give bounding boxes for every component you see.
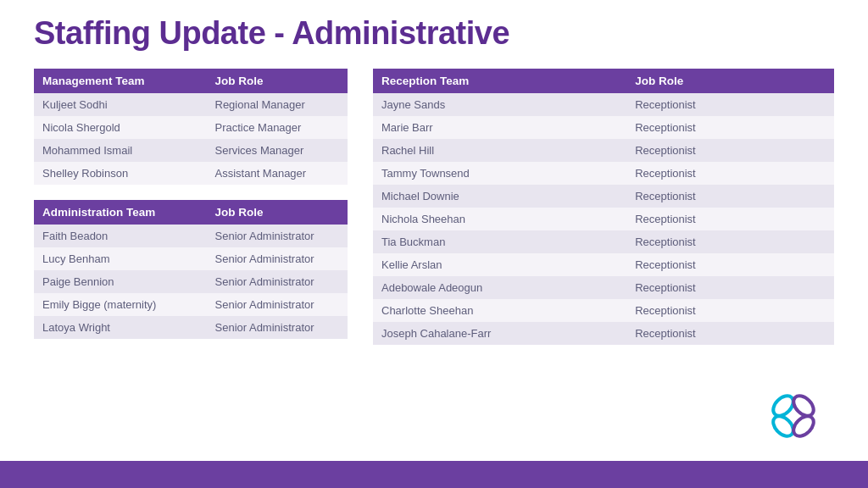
staff-role: Assistant Manager — [207, 162, 348, 185]
administration-header-name: Administration Team — [34, 200, 207, 225]
table-row: Shelley RobinsonAssistant Manager — [34, 162, 348, 185]
administration-header-role: Job Role — [207, 200, 348, 225]
staff-name: Kellie Arslan — [373, 253, 626, 276]
staff-role: Practice Manager — [207, 116, 348, 139]
staff-name: Latoya Wright — [34, 316, 207, 339]
staff-name: Charlotte Sheehan — [373, 299, 626, 322]
staff-role: Receptionist — [626, 208, 834, 230]
staff-role: Regional Manager — [207, 93, 348, 116]
table-row: Marie BarrReceptionist — [373, 116, 834, 139]
table-row: Mohammed IsmailServices Manager — [34, 139, 348, 162]
staff-name: Shelley Robinson — [34, 162, 207, 185]
staff-role: Senior Administrator — [207, 293, 348, 316]
staff-name: Nicola Shergold — [34, 116, 207, 139]
staff-name: Nichola Sheehan — [373, 208, 626, 230]
table-row: Lucy BenhamSenior Administrator — [34, 247, 348, 270]
staff-name: Emily Bigge (maternity) — [34, 293, 207, 316]
staff-name: Lucy Benham — [34, 247, 207, 270]
staff-role: Receptionist — [626, 162, 834, 185]
table-row: Michael DownieReceptionist — [373, 185, 834, 208]
footer-bar — [0, 461, 868, 488]
table-row: Rachel HillReceptionist — [373, 139, 834, 162]
staff-name: Adebowale Adeogun — [373, 276, 626, 299]
staff-role: Senior Administrator — [207, 316, 348, 339]
staff-name: Mohammed Ismail — [34, 139, 207, 162]
staff-role: Receptionist — [626, 253, 834, 276]
logo-area — [760, 382, 827, 450]
administration-table: Administration Team Job Role Faith Beado… — [34, 200, 348, 339]
left-column: Management Team Job Role Kuljeet SodhiRe… — [34, 69, 348, 452]
staff-name: Tammy Townsend — [373, 162, 626, 185]
staff-role: Receptionist — [626, 230, 834, 253]
staff-name: Joseph Cahalane-Farr — [373, 322, 626, 345]
table-row: Paige BennionSenior Administrator — [34, 270, 348, 293]
table-row: Faith BeadonSenior Administrator — [34, 225, 348, 247]
staff-name: Marie Barr — [373, 116, 626, 139]
table-row: Nicola ShergoldPractice Manager — [34, 116, 348, 139]
staff-name: Paige Bennion — [34, 270, 207, 293]
management-header-name: Management Team — [34, 69, 207, 93]
svg-point-3 — [790, 413, 818, 441]
table-row: Latoya WrightSenior Administrator — [34, 316, 348, 339]
table-row: Joseph Cahalane-FarrReceptionist — [373, 322, 834, 345]
reception-table: Reception Team Job Role Jayne SandsRecep… — [373, 69, 834, 345]
table-row: Charlotte SheehanReceptionist — [373, 299, 834, 322]
table-row: Kellie ArslanReceptionist — [373, 253, 834, 276]
staff-role: Receptionist — [626, 276, 834, 299]
company-logo — [760, 382, 827, 450]
management-table: Management Team Job Role Kuljeet SodhiRe… — [34, 69, 348, 185]
staff-name: Michael Downie — [373, 185, 626, 208]
reception-header-role: Job Role — [626, 69, 834, 93]
staff-role: Senior Administrator — [207, 270, 348, 293]
staff-role: Receptionist — [626, 185, 834, 208]
staff-name: Rachel Hill — [373, 139, 626, 162]
page-container: Staffing Update - Administrative Managem… — [0, 0, 868, 488]
staff-name: Faith Beadon — [34, 225, 207, 247]
table-row: Nichola SheehanReceptionist — [373, 208, 834, 230]
staff-role: Senior Administrator — [207, 225, 348, 247]
staff-name: Jayne Sands — [373, 93, 626, 116]
staff-role: Services Manager — [207, 139, 348, 162]
page-header: Staffing Update - Administrative — [0, 0, 868, 60]
staff-role: Receptionist — [626, 322, 834, 345]
table-row: Tia BuckmanReceptionist — [373, 230, 834, 253]
staff-role: Receptionist — [626, 139, 834, 162]
management-header-role: Job Role — [207, 69, 348, 93]
page-title: Staffing Update - Administrative — [34, 15, 834, 52]
staff-role: Senior Administrator — [207, 247, 348, 270]
content-area: Management Team Job Role Kuljeet SodhiRe… — [0, 60, 868, 461]
staff-name: Kuljeet Sodhi — [34, 93, 207, 116]
reception-header-name: Reception Team — [373, 69, 626, 93]
table-row: Adebowale AdeogunReceptionist — [373, 276, 834, 299]
table-row: Tammy TownsendReceptionist — [373, 162, 834, 185]
staff-name: Tia Buckman — [373, 230, 626, 253]
staff-role: Receptionist — [626, 93, 834, 116]
table-row: Emily Bigge (maternity)Senior Administra… — [34, 293, 348, 316]
table-row: Jayne SandsReceptionist — [373, 93, 834, 116]
staff-role: Receptionist — [626, 116, 834, 139]
staff-role: Receptionist — [626, 299, 834, 322]
table-row: Kuljeet SodhiRegional Manager — [34, 93, 348, 116]
